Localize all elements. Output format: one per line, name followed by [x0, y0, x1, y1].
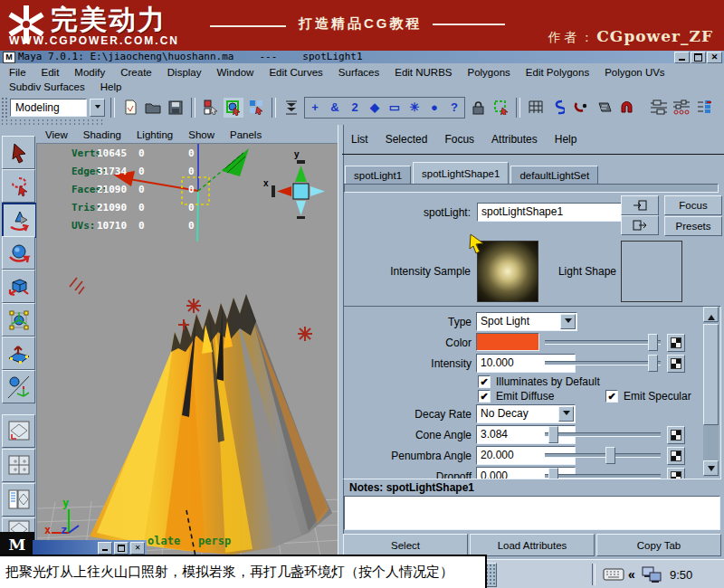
color-swatch[interactable] [476, 333, 539, 351]
menu-subdiv-surfaces[interactable]: Subdiv Surfaces [7, 81, 87, 93]
panel-menu-panels[interactable]: Panels [228, 128, 263, 141]
menu-set-dropdown-icon[interactable] [90, 99, 105, 117]
color-texture-icon[interactable] [667, 334, 685, 352]
node-name-input[interactable]: spotLightShape1 [477, 203, 622, 222]
menu-display[interactable]: Display [166, 66, 204, 79]
panel-menu-shading[interactable]: Shading [81, 128, 123, 141]
decay-dropdown-arrow-icon[interactable] [558, 406, 574, 422]
select-component-icon[interactable] [246, 98, 266, 118]
menu-file[interactable]: File [7, 66, 28, 79]
intensity-texture-icon[interactable] [667, 355, 685, 373]
toolbar-grip[interactable] [1, 97, 7, 119]
menu-surfaces[interactable]: Surfaces [337, 66, 381, 79]
intensity-slider[interactable] [545, 361, 661, 365]
menu-help[interactable]: Help [99, 81, 124, 93]
scroll-down-icon[interactable] [703, 460, 719, 476]
snap-plane-icon[interactable] [594, 98, 614, 118]
cone-angle-texture-icon[interactable] [667, 426, 685, 444]
load-attributes-button[interactable]: Load Attributes [470, 534, 595, 556]
layout-four-pane-icon[interactable] [2, 449, 35, 482]
show-manipulator-tool-icon[interactable] [2, 370, 35, 403]
tab-spotlight1[interactable]: spotLight1 [345, 166, 411, 185]
close-icon[interactable]: ✕ [707, 52, 722, 63]
focus-button[interactable]: Focus [664, 195, 722, 215]
mini-restore-icon[interactable] [114, 542, 129, 555]
dropoff-texture-icon[interactable] [667, 468, 685, 479]
ae-menu-selected[interactable]: Selected [384, 132, 430, 147]
tab-defaultlightset[interactable]: defaultLightSet [510, 166, 598, 185]
scroll-thumb[interactable] [703, 324, 719, 425]
save-scene-icon[interactable] [166, 98, 186, 118]
scroll-up-icon[interactable] [703, 307, 719, 322]
menu-polygon-uvs[interactable]: Polygon UVs [603, 66, 666, 79]
make-live-icon[interactable] [616, 98, 636, 118]
move-tool-icon[interactable] [2, 203, 37, 238]
window-titlebar[interactable]: M Maya 7.0.1: E:\jiaocheng\huoshann.ma -… [0, 51, 724, 63]
ae-menu-attributes[interactable]: Attributes [490, 132, 539, 147]
show-channel-box-icon[interactable] [694, 98, 714, 118]
menu-edit[interactable]: Edit [40, 66, 62, 79]
presets-button[interactable]: Presets [664, 216, 722, 236]
show-tool-settings-icon[interactable] [672, 98, 691, 118]
copy-node-icon[interactable] [621, 215, 659, 235]
color-slider[interactable] [545, 340, 661, 345]
illuminates-checkbox[interactable]: ✔ [478, 375, 491, 388]
mask-hulls-icon[interactable]: ▭ [385, 98, 405, 118]
layout-outliner-persp-icon[interactable] [2, 483, 35, 517]
restore-icon[interactable] [691, 52, 706, 63]
highlight-selection-icon[interactable] [491, 98, 510, 118]
ae-menu-focus[interactable]: Focus [443, 132, 476, 147]
dropoff-slider-thumb[interactable] [548, 468, 558, 479]
ae-menu-help[interactable]: Help [553, 132, 579, 147]
scale-tool-icon[interactable] [2, 270, 35, 303]
snap-mode-chevrons-icon[interactable] [281, 98, 301, 118]
emit-specular-checkbox[interactable]: ✔ [605, 390, 618, 403]
ae-menu-list[interactable]: List [349, 132, 370, 147]
mask-rendering-icon[interactable]: ● [424, 98, 444, 118]
menu-set-selector[interactable]: Modeling [10, 99, 87, 117]
show-attribute-editor-icon[interactable] [649, 98, 669, 118]
mask-curves-icon[interactable]: & [325, 98, 345, 118]
snap-point-icon[interactable] [571, 98, 591, 118]
notes-textarea[interactable] [344, 496, 720, 530]
type-dropdown-arrow-icon[interactable] [560, 314, 576, 329]
tab-scroll-track[interactable] [344, 184, 719, 193]
perspective-viewport[interactable]: Verts: 1064500 Edges: 3173400 Faces: 210… [36, 143, 343, 560]
panel-menu-lighting[interactable]: Lighting [135, 128, 175, 141]
penumbra-angle-slider[interactable] [545, 453, 661, 458]
cone-angle-slider-thumb[interactable] [548, 426, 558, 443]
copy-tab-button[interactable]: Copy Tab [596, 534, 721, 556]
mask-surfaces-icon[interactable]: ◆ [365, 98, 385, 118]
penumbra-angle-texture-icon[interactable] [667, 447, 685, 465]
new-scene-icon[interactable] [120, 98, 140, 118]
open-scene-icon[interactable] [143, 98, 163, 118]
menu-window[interactable]: Window [214, 66, 255, 79]
dropoff-slider[interactable] [545, 474, 661, 479]
soft-modification-tool-icon[interactable] [2, 337, 35, 370]
lock-icon[interactable] [468, 98, 488, 118]
minimized-window-titlebar[interactable]: ✕ [33, 540, 147, 555]
rotate-tool-icon[interactable] [2, 236, 35, 270]
menu-create[interactable]: Create [119, 66, 154, 79]
tab-spotlightshape1[interactable]: spotLightShape1 [413, 162, 509, 185]
select-object-icon[interactable] [224, 98, 243, 118]
select-hierarchy-icon[interactable] [201, 98, 221, 118]
mask-points-icon[interactable]: + [305, 98, 325, 118]
emit-diffuse-checkbox[interactable]: ✔ [478, 390, 491, 403]
panel-menu-show[interactable]: Show [186, 128, 216, 141]
menu-edit-curves[interactable]: Edit Curves [267, 66, 324, 79]
menu-edit-polygons[interactable]: Edit Polygons [524, 66, 591, 79]
light-shape-swatch[interactable] [621, 241, 682, 302]
tray-expand-icon[interactable]: « [628, 567, 635, 582]
intensity-slider-thumb[interactable] [648, 355, 658, 372]
tray-clock[interactable]: 9:50 [670, 568, 692, 582]
mini-minimize-icon[interactable] [98, 542, 112, 555]
minimize-icon[interactable] [674, 52, 690, 63]
menu-modify[interactable]: Modify [72, 66, 107, 79]
ae-vertical-scrollbar[interactable] [703, 307, 719, 477]
load-selected-icon[interactable] [621, 195, 659, 215]
select-button[interactable]: Select [343, 534, 468, 556]
layout-single-pane-icon[interactable] [2, 414, 35, 448]
snap-grid-icon[interactable] [526, 98, 546, 118]
type-dropdown[interactable]: Spot Light [476, 312, 577, 331]
